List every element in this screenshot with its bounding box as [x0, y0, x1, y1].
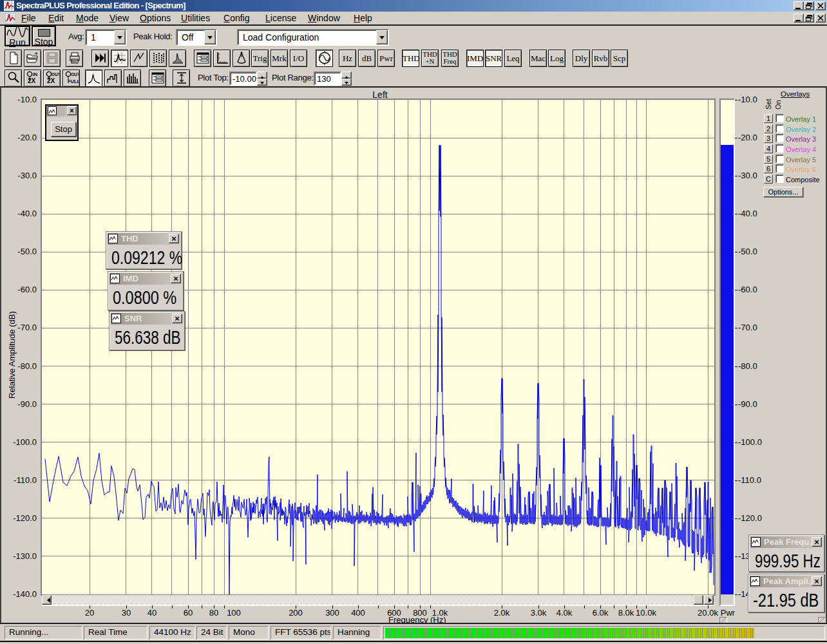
- svg-text:IN: IN: [33, 72, 37, 77]
- svg-text:2X: 2X: [28, 77, 36, 84]
- svg-text:OUT: OUT: [52, 72, 59, 77]
- svg-text:OUT: OUT: [71, 72, 79, 77]
- svg-text:2X: 2X: [47, 77, 55, 84]
- svg-text:FULL: FULL: [68, 79, 79, 84]
